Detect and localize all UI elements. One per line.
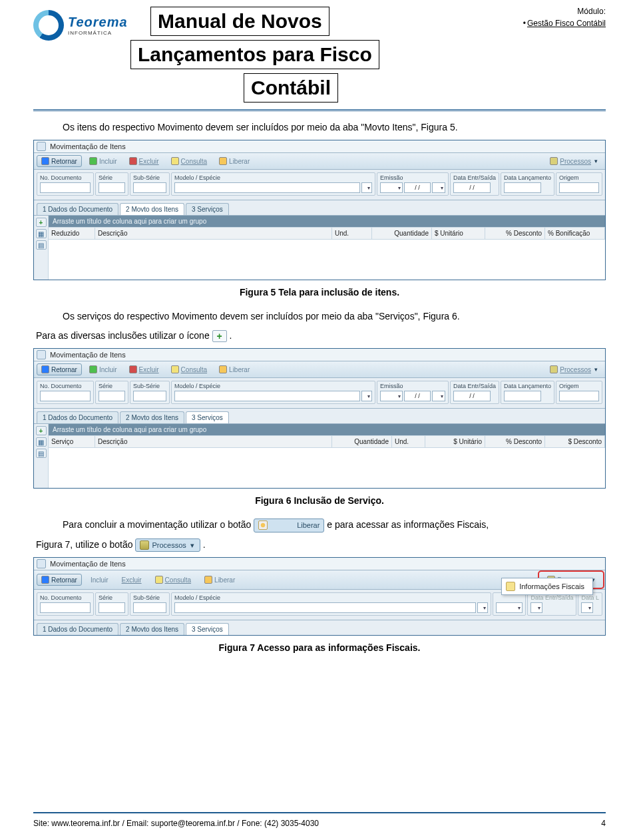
f-doc-input[interactable] — [40, 391, 91, 401]
window-title: Movimentação de Itens — [50, 560, 126, 568]
footer-divider — [33, 812, 606, 813]
tab-servicos[interactable]: 3 Serviços — [186, 203, 229, 215]
f-emissao-combo2[interactable] — [432, 182, 445, 193]
search-icon — [171, 157, 179, 165]
f-emissao-input[interactable]: / / — [404, 391, 431, 401]
excluir-button[interactable]: Excluir — [117, 574, 146, 586]
tab-dados[interactable]: 1 Dados do Documento — [37, 411, 118, 423]
f-sub-input[interactable] — [133, 391, 166, 401]
col-bonificacao[interactable]: % Bonificação — [545, 228, 605, 239]
excluir-button[interactable]: Excluir — [124, 363, 164, 375]
tab-servicos[interactable]: 3 Serviços — [186, 623, 229, 635]
grid-body[interactable] — [49, 240, 605, 280]
grid-export[interactable]: ▤ — [36, 240, 47, 250]
f-entrsaida-label: Data Entr/Saída — [531, 594, 573, 601]
retornar-button[interactable]: Retornar — [37, 363, 82, 375]
grid-add-row[interactable]: + — [36, 218, 47, 227]
grid-detail[interactable]: ▦ — [36, 437, 47, 447]
f-doc-input[interactable] — [40, 182, 91, 193]
col-unitario[interactable]: $ Unitário — [425, 436, 485, 447]
col-reduzido[interactable]: Reduzido — [49, 228, 95, 239]
consulta-button[interactable]: Consulta — [150, 574, 196, 586]
f-doc-input[interactable] — [40, 602, 91, 613]
f-serie-input[interactable] — [99, 182, 125, 193]
paragraph-4: Para concluir a movimentação utilizar o … — [36, 518, 603, 532]
processos-menu: Informações Fiscais — [501, 578, 593, 595]
excluir-label: Excluir — [122, 576, 142, 584]
f-lanc-input[interactable] — [504, 182, 541, 193]
col-quantidade[interactable]: Quantidade — [372, 228, 432, 239]
f-entrsaida-input[interactable]: / / — [453, 391, 491, 401]
tab-movto[interactable]: 2 Movto dos Itens — [120, 203, 184, 215]
col-servico[interactable]: Serviço — [49, 436, 95, 447]
f-modelo-combo[interactable] — [361, 391, 372, 401]
toolbar: Retornar Incluir Excluir Consulta Libera… — [34, 153, 605, 170]
col-pdesconto[interactable]: % Desconto — [485, 436, 545, 447]
processos-button[interactable]: Processos▾ — [545, 363, 602, 375]
grid-export[interactable]: ▤ — [36, 449, 47, 458]
menu-item-info-fiscais[interactable]: Informações Fiscais — [503, 580, 591, 593]
col-vdesconto[interactable]: $ Desconto — [545, 436, 605, 447]
page-number: 4 — [601, 819, 606, 828]
f-modelo-combo[interactable] — [361, 182, 372, 193]
f-modelo-input[interactable] — [174, 602, 476, 613]
col-descricao[interactable]: Descrição — [95, 228, 332, 239]
incluir-button[interactable]: Incluir — [85, 155, 122, 167]
para3-a: Para as diversas inclusões utilizar o íc… — [36, 330, 212, 341]
col-quantidade[interactable]: Quantidade — [332, 436, 392, 447]
col-descricao[interactable]: Descrição — [95, 436, 332, 447]
f-emissao-input[interactable]: / / — [404, 182, 431, 193]
liberar-button[interactable]: Liberar — [214, 155, 254, 167]
liberar-icon — [219, 157, 227, 165]
f-emissao-combo2[interactable] — [432, 391, 445, 401]
tab-dados[interactable]: 1 Dados do Documento — [37, 623, 118, 635]
f-serie-input[interactable] — [99, 602, 125, 613]
f-origem-input[interactable] — [559, 391, 599, 401]
incluir-button[interactable]: Incluir — [86, 574, 113, 586]
liberar-label: Liberar — [214, 576, 235, 584]
grid-detail[interactable]: ▦ — [36, 229, 47, 238]
f-modelo-input[interactable] — [174, 182, 360, 193]
consulta-button[interactable]: Consulta — [166, 155, 212, 167]
incluir-button[interactable]: Incluir — [85, 363, 122, 375]
f-modelo-combo[interactable] — [477, 602, 488, 613]
incluir-label: Incluir — [99, 158, 117, 165]
f-emissao-combo1[interactable] — [380, 391, 403, 401]
retornar-button[interactable]: Retornar — [37, 574, 82, 586]
f-lanc-combo[interactable] — [581, 602, 593, 613]
tab-movto[interactable]: 2 Movto dos Itens — [120, 411, 184, 423]
f-lanc-label: Data Lançamento — [504, 383, 551, 389]
tab-movto[interactable]: 2 Movto dos Itens — [120, 623, 184, 635]
caption-fig6: Figura 6 Inclusão de Serviço. — [33, 495, 606, 506]
f-entrsaida-label: Data Entr/Saída — [453, 174, 496, 181]
tab-servicos[interactable]: 3 Serviços — [186, 411, 229, 423]
f-origem-input[interactable] — [559, 182, 599, 193]
col-desconto[interactable]: % Desconto — [485, 228, 545, 239]
liberar-button[interactable]: Liberar — [214, 363, 254, 375]
col-und[interactable]: Und. — [392, 436, 425, 447]
col-und[interactable]: Und. — [332, 228, 372, 239]
brand-logo: Teorema INFORMÁTICA — [33, 7, 140, 44]
f-modelo-input[interactable] — [174, 391, 360, 401]
col-unitario[interactable]: $ Unitário — [432, 228, 485, 239]
tab-dados[interactable]: 1 Dados do Documento — [37, 203, 118, 215]
f-emissao-combo1[interactable] — [380, 182, 403, 193]
f-entrsaida-input[interactable]: / / — [453, 182, 491, 193]
grid-side-buttons: + ▦ ▤ — [34, 216, 49, 280]
window-icon — [37, 559, 46, 568]
retornar-button[interactable]: Retornar — [37, 155, 82, 167]
liberar-button[interactable]: Liberar — [200, 574, 240, 586]
f-sub-input[interactable] — [133, 182, 166, 193]
f-sub-input[interactable] — [133, 602, 166, 613]
grid-body[interactable] — [49, 448, 605, 488]
f-emissao-combo[interactable] — [496, 602, 523, 613]
f-entrsaida-combo[interactable] — [531, 602, 542, 613]
excluir-button[interactable]: Excluir — [124, 155, 164, 167]
consulta-button[interactable]: Consulta — [166, 363, 212, 375]
retornar-label: Retornar — [51, 158, 77, 165]
processos-button[interactable]: Processos▾ — [545, 155, 602, 167]
grid-add-row[interactable]: + — [36, 426, 47, 435]
f-serie-input[interactable] — [99, 391, 125, 401]
f-lanc-input[interactable] — [504, 391, 541, 401]
group-hint: Arraste um título de coluna aqui para cr… — [49, 424, 605, 435]
